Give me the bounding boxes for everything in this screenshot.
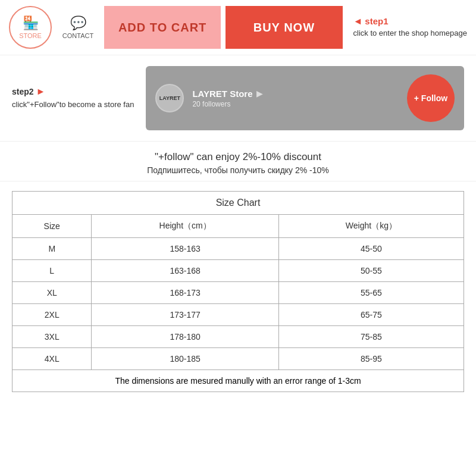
step2-title: step2 ► — [12, 86, 45, 97]
table-cell: 158-163 — [92, 238, 278, 260]
discount-section: "+follow" can enjoy 2%-10% discount Подп… — [0, 142, 476, 181]
size-chart-section: Size Chart Size Height（cm） Weight（kg） M1… — [0, 181, 476, 402]
table-row: 2XL173-17765-75 — [12, 304, 464, 326]
table-cell: 65-75 — [278, 304, 464, 326]
message-icon: 💬 — [70, 15, 86, 31]
size-table: Size Chart Size Height（cm） Weight（kg） M1… — [12, 191, 464, 392]
contact-label: CONTACT — [62, 32, 93, 39]
contact-button[interactable]: 💬 CONTACT — [57, 6, 99, 49]
step2-area: step2 ► click"+Follow"to become a store … — [12, 86, 134, 110]
table-cell: XL — [12, 282, 92, 304]
table-row: 4XL180-18585-95 — [12, 348, 464, 370]
step1-desc: click to enter the shop homepage — [353, 28, 468, 39]
store-icon: 🏪 — [23, 15, 39, 31]
table-cell: M — [12, 238, 92, 260]
table-cell: 45-50 — [278, 238, 464, 260]
col-size: Size — [12, 215, 92, 238]
col-height: Height（cm） — [92, 215, 278, 238]
table-cell: 4XL — [12, 348, 92, 370]
arrow-left-icon: ◄ — [353, 16, 363, 27]
table-cell: 178-180 — [92, 326, 278, 348]
discount-text-english: "+follow" can enjoy 2%-10% discount — [12, 151, 464, 163]
table-row: M158-16345-50 — [12, 238, 464, 260]
table-cell: 180-185 — [92, 348, 278, 370]
arrow-right-icon: ► — [36, 86, 46, 97]
col-weight: Weight（kg） — [278, 215, 464, 238]
middle-section: step2 ► click"+Follow"to become a store … — [0, 55, 476, 142]
store-logo: LAYRET — [155, 84, 184, 112]
store-info: LAYRET Store ▶ 20 followers — [192, 89, 399, 108]
table-row: XL168-17355-65 — [12, 282, 464, 304]
table-cell: 75-85 — [278, 326, 464, 348]
store-button[interactable]: 🏪 STORE — [9, 6, 52, 49]
table-cell: L — [12, 260, 92, 282]
table-cell: 3XL — [12, 326, 92, 348]
table-cell: 163-168 — [92, 260, 278, 282]
top-section: 🏪 STORE 💬 CONTACT ADD TO CART BUY NOW ◄ … — [0, 0, 476, 55]
table-cell: 168-173 — [92, 282, 278, 304]
store-followers: 20 followers — [192, 100, 399, 108]
store-label: STORE — [19, 32, 42, 39]
step1-area: ◄ step1 click to enter the shop homepage — [347, 16, 468, 39]
size-chart-title: Size Chart — [12, 192, 464, 215]
table-cell: 55-65 — [278, 282, 464, 304]
store-verified-icon: ▶ — [256, 89, 262, 98]
table-cell: 2XL — [12, 304, 92, 326]
discount-text-russian: Подпишитесь, чтобы получить скидку 2% -1… — [12, 165, 464, 175]
add-to-cart-button[interactable]: ADD TO CART — [104, 6, 221, 49]
store-name: LAYRET Store ▶ — [192, 89, 399, 99]
size-chart-note: The dimensions are mesured manully with … — [12, 370, 464, 392]
table-cell: 50-55 — [278, 260, 464, 282]
step1-title: ◄ step1 — [353, 16, 389, 27]
table-cell: 85-95 — [278, 348, 464, 370]
follow-button[interactable]: + Follow — [407, 74, 455, 122]
buy-now-button[interactable]: BUY NOW — [226, 6, 342, 49]
step2-desc: click"+Follow"to become a store fan — [12, 99, 134, 110]
table-row: L163-16850-55 — [12, 260, 464, 282]
table-cell: 173-177 — [92, 304, 278, 326]
table-row: 3XL178-18075-85 — [12, 326, 464, 348]
store-follow-card: LAYRET LAYRET Store ▶ 20 followers + Fol… — [146, 66, 464, 130]
